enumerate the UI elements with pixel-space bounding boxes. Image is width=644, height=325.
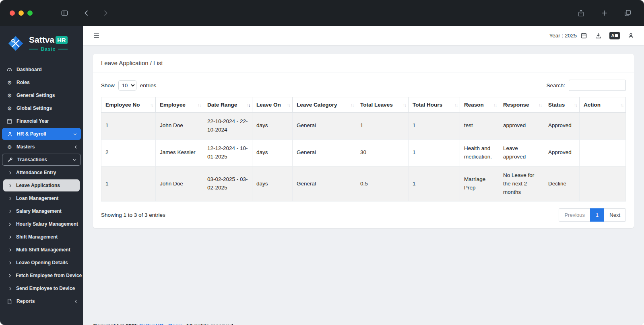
download-icon[interactable]	[595, 32, 602, 39]
brand-link[interactable]: SattvaHR - Basic	[139, 323, 183, 325]
table-cell: General	[293, 139, 356, 166]
tab-overview-icon[interactable]	[621, 6, 634, 20]
action-cell	[580, 166, 626, 202]
sidebar-item-transactions[interactable]: Transactions	[2, 154, 81, 166]
table-cell: 1	[409, 139, 460, 166]
table-cell: 0.5	[356, 166, 409, 202]
calendar-icon	[580, 32, 587, 39]
table-cell: General	[293, 113, 356, 140]
col-leave-on[interactable]: Leave On↑↓	[252, 97, 293, 113]
chevron-left-icon	[74, 145, 78, 149]
sidebar-item-financial-year[interactable]: Financial Year	[0, 115, 83, 128]
sidebar-item-label: Shift Management	[16, 234, 58, 240]
forward-icon[interactable]	[99, 6, 112, 20]
sidebar-item-label: Hourly Salary Management	[16, 221, 78, 227]
sidebar-item-label: Attendance Entry	[16, 170, 56, 175]
page-title: Leave Application / List	[93, 54, 634, 72]
col-total-leaves[interactable]: Total Leaves↑↓	[356, 97, 409, 113]
col-leave-category[interactable]: Leave Category↑↓	[293, 97, 356, 113]
sidebar-item-send-employee-to-device[interactable]: Send Employee to Device	[0, 282, 83, 295]
col-reason[interactable]: Reason↑↓	[460, 97, 499, 113]
sidebar-item-masters[interactable]: ⚙ Masters	[0, 140, 83, 153]
status-cell: Approved	[544, 139, 580, 166]
page-1-button[interactable]: 1	[590, 208, 604, 222]
sidebar-item-salary-management[interactable]: Salary Management	[0, 205, 83, 218]
back-icon[interactable]	[79, 6, 93, 20]
next-page-button[interactable]: Next	[604, 208, 626, 222]
chevron-right-icon	[8, 222, 12, 226]
sidebar-item-multi-shift-management[interactable]: Multi Shift Management	[0, 243, 83, 256]
col-action[interactable]: Action↑↓	[580, 97, 626, 113]
sidebar-item-loan-management[interactable]: Loan Management	[0, 192, 83, 205]
calendar-icon	[6, 118, 13, 124]
sidebar-item-dashboard[interactable]: Dashboard	[0, 63, 83, 76]
table-cell: James Kessler	[156, 139, 203, 166]
menu-toggle-icon[interactable]	[93, 32, 100, 39]
sort-desc-icon: ↑↓	[247, 103, 250, 107]
table-cell: 30	[356, 139, 409, 166]
col-employee[interactable]: Employee↑↓	[156, 97, 203, 113]
sidebar-item-label: Multi Shift Management	[16, 247, 70, 253]
page-size-control: Show 10 entries	[101, 80, 156, 91]
sidebar-item-general-settings[interactable]: ⚙ General Settings	[0, 89, 83, 102]
col-status[interactable]: Status↑↓	[544, 97, 580, 113]
gears-icon: ⚙	[6, 144, 13, 150]
table-cell: 1	[409, 166, 460, 202]
table-cell: Marriage Prep	[460, 166, 499, 202]
search-label: Search:	[546, 82, 565, 88]
sidebar-item-leave-applications[interactable]: Leave Applications	[3, 179, 80, 191]
sidebar-item-roles[interactable]: ⚙ Roles	[0, 76, 83, 89]
gears-icon: ⚙	[6, 93, 13, 98]
language-box: A	[609, 32, 620, 39]
sidebar-item-global-settings[interactable]: ⚙ Global Settings	[0, 102, 83, 115]
sidebar-toggle-icon[interactable]	[58, 6, 71, 20]
table-cell: No Leave for the next 2 months	[499, 166, 544, 202]
action-cell	[580, 113, 626, 140]
account-icon[interactable]	[627, 32, 634, 39]
table-cell: 2	[101, 139, 156, 166]
new-tab-icon[interactable]	[597, 6, 611, 20]
sidebar-item-label: Financial Year	[17, 118, 49, 124]
table-cell: 1	[409, 113, 460, 140]
col-response[interactable]: Response↑↓	[499, 97, 544, 113]
sidebar-item-hourly-salary-management[interactable]: Hourly Salary Management	[0, 218, 83, 230]
sidebar-item-attendance-entry[interactable]: Attendance Entry	[0, 166, 83, 179]
sort-icon: ↑↓	[403, 103, 406, 107]
search-input[interactable]	[569, 80, 626, 91]
table-cell: approved	[499, 113, 544, 140]
close-window-button[interactable]	[10, 10, 15, 16]
previous-page-button[interactable]: Previous	[559, 208, 590, 222]
share-icon[interactable]	[574, 6, 588, 20]
copyright-notice: Copyright © 2025 SattvaHR - Basic. All r…	[93, 323, 235, 325]
year-label: Year : 2025	[549, 33, 577, 39]
chevron-right-icon	[8, 274, 12, 278]
col-employee-no[interactable]: Employee No↑↓	[101, 97, 156, 113]
table-cell: test	[460, 113, 499, 140]
gauge-icon	[6, 67, 13, 73]
sidebar-nav: Dashboard ⚙ Roles ⚙ General Settings ⚙ G…	[0, 62, 83, 325]
chevron-left-icon	[74, 299, 78, 304]
table-cell: 1	[101, 113, 156, 140]
col-total-hours[interactable]: Total Hours↑↓	[409, 97, 460, 113]
sidebar-item-shift-management[interactable]: Shift Management	[0, 230, 83, 243]
table-row: 1 John Doe 03-02-2025 - 03-02-2025 days …	[101, 166, 626, 202]
sidebar-item-reports[interactable]: Reports	[0, 295, 83, 308]
year-selector[interactable]: Year : 2025	[549, 32, 587, 39]
sort-icon: ↑↓	[198, 103, 201, 107]
language-icon[interactable]: A	[609, 32, 620, 39]
table-cell: Health and medication.	[460, 139, 499, 166]
browser-nav-arrows	[79, 6, 112, 20]
app-logo[interactable]: Sattva HR Basic	[0, 26, 83, 62]
sidebar-item-leave-opening-details[interactable]: Leave Opening Details	[0, 256, 83, 269]
table-cell: days	[252, 113, 293, 140]
page-size-select[interactable]: 10	[118, 80, 136, 91]
minimize-window-button[interactable]	[19, 10, 24, 16]
sidebar-item-hr-payroll[interactable]: HR & Payroll	[2, 128, 81, 140]
chevron-right-icon	[8, 235, 12, 239]
col-date-range[interactable]: Date Range↑↓	[203, 97, 252, 113]
zoom-window-button[interactable]	[27, 10, 33, 16]
browser-window: Sattva HR Basic Dashboard ⚙ Roles ⚙ G	[0, 0, 644, 325]
sidebar-item-fetch-employee-from-device[interactable]: Fetch Employee from Device	[0, 269, 83, 282]
sort-icon: ↑↓	[539, 103, 542, 107]
table-cell: days	[252, 166, 293, 202]
